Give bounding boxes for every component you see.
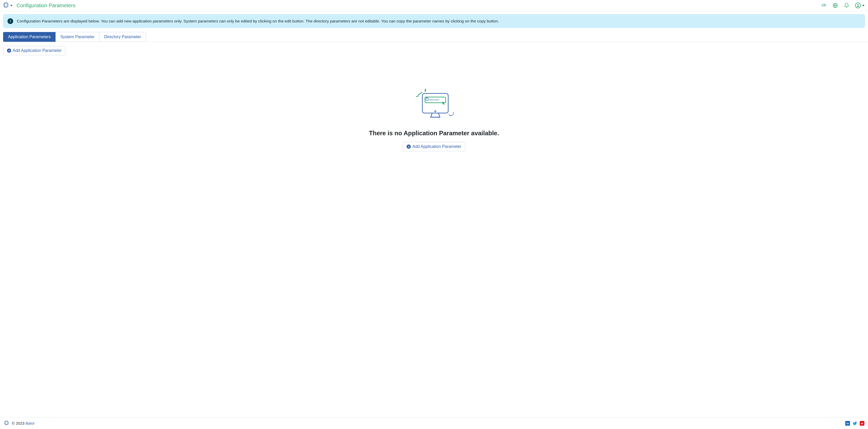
tab-system-parameter[interactable]: System Parameter xyxy=(56,32,99,42)
tabs: Application Parameters System Parameter … xyxy=(0,32,868,42)
bell-icon[interactable] xyxy=(844,3,849,8)
plus-icon: + xyxy=(7,48,11,53)
add-application-parameter-label: Add Application Parameter xyxy=(412,144,461,149)
topbar-left: /> Configuration Parameters xyxy=(3,2,75,9)
toolbar: + Add Application Parameter xyxy=(3,46,865,55)
empty-state-illustration: https//www. xyxy=(409,84,459,122)
avatar-icon xyxy=(855,3,861,8)
footer: /> © 2023 Batoi in m xyxy=(0,417,868,429)
gear-code-icon: /> xyxy=(3,2,9,9)
footer-copyright: © 2023 Batoi xyxy=(12,421,34,425)
linkedin-icon[interactable]: in xyxy=(845,421,850,426)
empty-state: https//www. There is no Application Para… xyxy=(3,84,865,151)
info-icon: ! xyxy=(7,18,13,24)
caret-down-icon xyxy=(862,5,864,6)
tab-application-parameters[interactable]: Application Parameters xyxy=(3,32,56,42)
user-menu[interactable] xyxy=(855,3,864,8)
caret-down-icon xyxy=(10,5,12,6)
twitter-icon[interactable] xyxy=(852,421,857,426)
svg-point-2 xyxy=(858,4,859,5)
topbar-right xyxy=(821,3,864,8)
dashboard-icon[interactable] xyxy=(821,3,827,8)
page-title: Configuration Parameters xyxy=(17,3,75,8)
svg-text:/>: /> xyxy=(4,4,7,6)
svg-text:https//www.: https//www. xyxy=(429,99,440,101)
footer-social: in m xyxy=(845,421,864,426)
add-application-parameter-button-center[interactable]: + Add Application Parameter xyxy=(403,142,465,151)
svg-point-4 xyxy=(435,111,436,112)
logo-dropdown[interactable]: /> xyxy=(3,2,12,9)
info-banner-text: Configuration Parameters are displayed b… xyxy=(17,18,499,24)
main-content: ! Configuration Parameters are displayed… xyxy=(0,11,868,417)
tab-directory-parameter[interactable]: Directory Parameter xyxy=(99,32,146,42)
footer-left: /> © 2023 Batoi xyxy=(4,420,34,426)
info-banner: ! Configuration Parameters are displayed… xyxy=(3,14,865,28)
add-application-parameter-button[interactable]: + Add Application Parameter xyxy=(3,46,65,55)
gear-code-icon: /> xyxy=(4,420,9,426)
topbar: /> Configuration Parameters xyxy=(0,0,868,11)
svg-text:/>: /> xyxy=(5,422,8,424)
plus-icon: + xyxy=(407,144,411,149)
globe-icon[interactable] xyxy=(832,3,838,8)
add-application-parameter-label: Add Application Parameter xyxy=(13,48,61,53)
mastodon-icon[interactable]: m xyxy=(860,421,864,426)
svg-rect-6 xyxy=(426,98,428,100)
footer-brand-link[interactable]: Batoi xyxy=(26,421,34,425)
empty-state-heading: There is no Application Parameter availa… xyxy=(369,130,499,137)
